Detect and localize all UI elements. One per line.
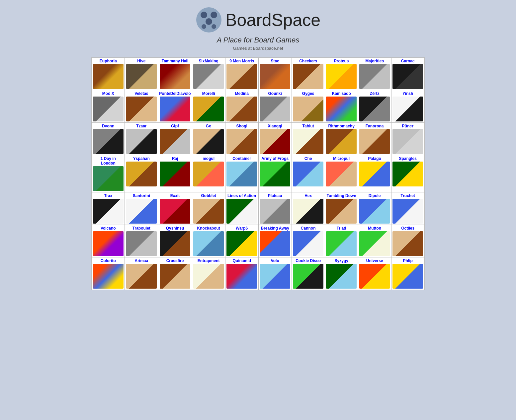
game-link-stac[interactable]: Stac bbox=[260, 59, 291, 63]
game-link-zèrtz[interactable]: Zèrtz bbox=[359, 91, 390, 96]
game-link-raj[interactable]: Raj bbox=[159, 156, 191, 161]
game-link-hex[interactable]: Hex bbox=[293, 193, 324, 198]
game-thumbnail-gounki bbox=[260, 97, 290, 121]
game-thumbnail-traboulet bbox=[126, 231, 157, 256]
game-link-gyges[interactable]: Gyges bbox=[293, 91, 324, 96]
game-link-qyshinsu[interactable]: Qyshinsu bbox=[159, 226, 191, 231]
game-link-container[interactable]: Container bbox=[226, 156, 257, 161]
game-link-mogul[interactable]: mogul bbox=[193, 156, 224, 161]
game-link-breaking-away[interactable]: Breaking Away bbox=[260, 226, 291, 231]
page-header: BoardSpace A Place for Board Games Games… bbox=[0, 0, 516, 57]
game-link-majorities[interactable]: Majorities bbox=[359, 59, 390, 63]
game-cell: Majorities bbox=[358, 58, 391, 90]
game-link-entrapment[interactable]: Entrapment bbox=[193, 258, 224, 263]
game-thumbnail-gobblet bbox=[193, 199, 224, 224]
game-link-tumbling-down[interactable]: Tumbling Down bbox=[326, 193, 357, 198]
game-link-syzygy[interactable]: Syzygy bbox=[326, 258, 357, 263]
game-link-tzaar[interactable]: Tzaar bbox=[126, 124, 157, 128]
game-link-gipf[interactable]: Gipf bbox=[159, 124, 191, 128]
game-link-sixmaking[interactable]: SixMaking bbox=[193, 59, 224, 63]
game-link-proteus[interactable]: Proteus bbox=[326, 59, 357, 63]
game-link-morelli[interactable]: Morelli bbox=[193, 91, 224, 96]
game-link-traboulet[interactable]: Traboulet bbox=[126, 226, 157, 231]
game-thumbnail-trax bbox=[93, 199, 124, 224]
game-link-crossfire[interactable]: Crossfire bbox=[159, 258, 191, 263]
game-cell: Checkers bbox=[292, 58, 325, 90]
game-link-mod-x[interactable]: Mod X bbox=[93, 91, 124, 96]
game-link-hive[interactable]: Hive bbox=[126, 59, 157, 63]
logo-container: BoardSpace bbox=[0, 7, 516, 33]
game-thumbnail-go bbox=[193, 129, 224, 154]
game-link-octiles[interactable]: Octiles bbox=[392, 226, 423, 231]
game-cell: Proteus bbox=[325, 58, 358, 90]
game-thumbnail-checkers bbox=[293, 64, 323, 89]
game-link-checkers[interactable]: Checkers bbox=[293, 59, 324, 63]
game-link-tablut[interactable]: Tablut bbox=[293, 124, 324, 128]
game-link-exxit[interactable]: Exxit bbox=[159, 193, 191, 198]
game-link-quinamid[interactable]: Quinamid bbox=[226, 258, 257, 263]
game-link-volcano[interactable]: Volcano bbox=[93, 226, 124, 231]
game-link-püncт[interactable]: Püncт bbox=[392, 124, 423, 128]
game-link-cookie-disco[interactable]: Cookie Disco bbox=[293, 258, 324, 263]
game-link-santorini[interactable]: Santorini bbox=[126, 193, 157, 198]
game-link-lines-of-action[interactable]: Lines of Action bbox=[226, 193, 257, 198]
game-link-truchet[interactable]: Truchet bbox=[392, 193, 423, 198]
game-cell: Quinamid bbox=[225, 257, 258, 290]
game-link-army-of-frogs[interactable]: Army of Frogs bbox=[260, 156, 291, 161]
game-link-spangles[interactable]: Spangles bbox=[392, 156, 423, 161]
game-link-colorito[interactable]: Colorito bbox=[93, 258, 124, 263]
game-link-gobblet[interactable]: Gobblet bbox=[193, 193, 224, 198]
game-link-triad[interactable]: Triad bbox=[326, 226, 357, 231]
game-link-universe[interactable]: Universe bbox=[359, 258, 390, 263]
game-thumbnail-arimaa bbox=[126, 264, 157, 289]
game-link-pontedeldiavolo[interactable]: PonteDelDiavolo bbox=[159, 91, 191, 96]
game-link-palago[interactable]: Palago bbox=[359, 156, 390, 161]
game-link-veletas[interactable]: Veletas bbox=[126, 91, 157, 96]
game-link-trax[interactable]: Trax bbox=[93, 193, 124, 198]
game-link-dvonn[interactable]: Dvonn bbox=[93, 124, 124, 128]
game-thumbnail-tammany-hall bbox=[160, 64, 190, 89]
game-link-plateau[interactable]: Plateau bbox=[260, 193, 291, 198]
game-link-1-day-in-london[interactable]: 1 Day in London bbox=[93, 156, 124, 166]
game-link-gounki[interactable]: Gounki bbox=[260, 91, 291, 96]
games-grid-container: EuphoriaHiveTammany HallSixMaking9 Men M… bbox=[0, 57, 516, 297]
game-link-go[interactable]: Go bbox=[193, 124, 224, 128]
game-link-shogi[interactable]: Shogi bbox=[226, 124, 257, 128]
game-link-9-men-morris[interactable]: 9 Men Morris bbox=[226, 59, 257, 63]
game-link-yspahan[interactable]: Yspahan bbox=[126, 156, 157, 161]
game-cell: Tablut bbox=[292, 123, 325, 155]
game-link-tammany-hall[interactable]: Tammany Hall bbox=[159, 59, 191, 63]
svg-point-1 bbox=[201, 12, 207, 18]
game-link-kamisado[interactable]: Kamisado bbox=[326, 91, 357, 96]
game-link-medina[interactable]: Medina bbox=[226, 91, 257, 96]
game-thumbnail-proteus bbox=[326, 64, 357, 89]
game-link-cannon[interactable]: Cannon bbox=[293, 226, 324, 231]
game-link-yinsh[interactable]: Yinsh bbox=[392, 91, 423, 96]
game-cell: SixMaking bbox=[192, 58, 225, 90]
game-link-phlip[interactable]: Phlip bbox=[392, 258, 423, 263]
tagline: A Place for Board Games bbox=[0, 36, 516, 44]
game-thumbnail-püncт bbox=[392, 129, 423, 154]
game-link-che[interactable]: Che bbox=[293, 156, 324, 161]
game-link-mutton[interactable]: Mutton bbox=[359, 226, 390, 231]
game-thumbnail-army-of-frogs bbox=[260, 162, 290, 186]
game-thumbnail-lines-of-action bbox=[226, 199, 257, 224]
game-link-rithmomachy[interactable]: Rithmomachy bbox=[326, 124, 357, 128]
game-link-warp6[interactable]: Warp6 bbox=[226, 226, 257, 231]
game-thumbnail-spangles bbox=[392, 162, 423, 186]
game-link-carnac[interactable]: Carnac bbox=[392, 59, 423, 63]
game-cell: Mutton bbox=[358, 225, 391, 257]
game-link-dipole[interactable]: Dipole bbox=[359, 193, 390, 198]
game-link-euphoria[interactable]: Euphoria bbox=[93, 59, 124, 63]
game-link-volo[interactable]: Volo bbox=[260, 258, 291, 263]
game-thumbnail-kamisado bbox=[326, 97, 357, 121]
game-link-fanorona[interactable]: Fanorona bbox=[359, 124, 390, 128]
game-cell: Trax bbox=[92, 192, 125, 225]
game-link-xiangqi[interactable]: Xiangqi bbox=[260, 124, 291, 128]
game-cell: 9 Men Morris bbox=[225, 58, 258, 90]
game-link-knockabout[interactable]: Knockabout bbox=[193, 226, 224, 231]
game-link-micropul[interactable]: Micropul bbox=[326, 156, 357, 161]
game-cell: Arimaa bbox=[125, 257, 158, 290]
game-link-arimaa[interactable]: Arimaa bbox=[126, 258, 157, 263]
game-thumbnail-plateau bbox=[260, 199, 290, 224]
